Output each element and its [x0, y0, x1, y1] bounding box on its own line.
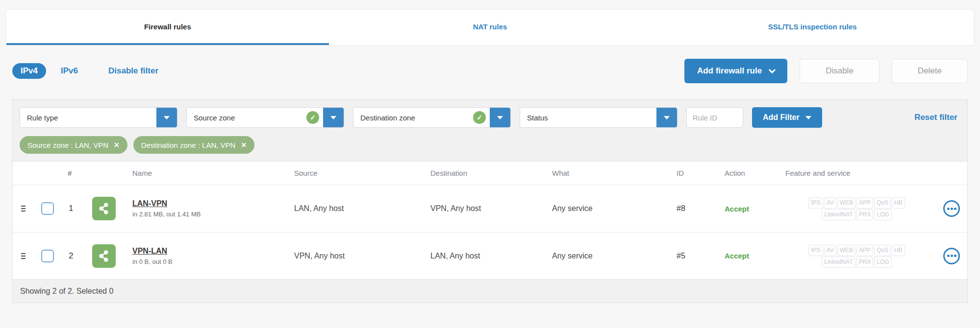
toolbar: IPv4 IPv6 Disable filter Add firewall ru… [12, 59, 968, 83]
header-action: Action [714, 169, 778, 177]
tab-nat-rules[interactable]: NAT rules [329, 10, 652, 45]
rules-panel: Rule type Source zone ✓ Destination zone… [12, 99, 968, 303]
badge-ips: IPS [808, 245, 823, 256]
chevron-down-icon [164, 116, 170, 119]
add-filter-button[interactable]: Add Filter [752, 107, 822, 128]
header-id: ID [670, 169, 714, 177]
rule-id: #5 [670, 252, 714, 260]
dropdown-button[interactable] [656, 107, 677, 128]
rule-what: Any service [552, 252, 670, 260]
badge-av: AV [824, 245, 836, 256]
rule-name-link[interactable]: VPN-LAN [132, 247, 167, 255]
chevron-down-icon [769, 66, 776, 73]
header-source: Source [294, 169, 430, 177]
rule-id-input[interactable] [686, 107, 743, 128]
badge-prx: PRX [856, 257, 874, 268]
badge-prx: PRX [856, 209, 874, 220]
rule-traffic: in 2.81 MB, out 1.41 MB [132, 211, 294, 218]
badge-app: APP [856, 245, 873, 256]
network-rule-icon [92, 197, 116, 220]
row-number: 2 [62, 251, 92, 261]
rule-name-link[interactable]: LAN-VPN [132, 199, 167, 208]
ipv4-toggle[interactable]: IPv4 [12, 63, 46, 79]
chevron-down-icon [805, 116, 811, 119]
tab-firewall-rules[interactable]: Firewall rules [6, 10, 329, 45]
tab-label: Firewall rules [144, 23, 191, 31]
rule-type-select[interactable]: Rule type [20, 107, 177, 128]
row-checkbox[interactable] [41, 202, 54, 215]
footer-status-text: Showing 2 of 2. Selected 0 [20, 287, 113, 296]
close-icon[interactable]: ✕ [114, 141, 120, 149]
filter-tag-destination-zone: Destination zone : LAN, VPN ✕ [133, 136, 254, 154]
tab-ssl-tls-inspection-rules[interactable]: SSL/TLS inspection rules [651, 10, 974, 45]
tab-label: NAT rules [473, 23, 507, 31]
add-firewall-rule-button[interactable]: Add firewall rule [684, 59, 787, 83]
row-checkbox[interactable] [41, 250, 54, 262]
header-number: # [62, 169, 92, 177]
drag-handle-icon[interactable] [21, 206, 25, 211]
header-what: What [552, 169, 670, 177]
filter-section: Rule type Source zone ✓ Destination zone… [13, 100, 967, 162]
network-rule-icon [92, 244, 116, 268]
badge-app: APP [856, 197, 873, 209]
chevron-down-icon [497, 116, 503, 119]
status-select[interactable]: Status [520, 107, 678, 128]
rule-source: VPN, Any host [294, 252, 430, 260]
badge-hb: HB [892, 245, 905, 256]
close-icon[interactable]: ✕ [241, 141, 247, 149]
check-circle-icon: ✓ [473, 111, 486, 124]
header-feature: Feature and service [778, 169, 936, 177]
filter-row: Rule type Source zone ✓ Destination zone… [20, 107, 960, 128]
delete-button[interactable]: Delete [892, 59, 968, 83]
drag-handle-icon[interactable] [21, 253, 25, 259]
badge-log: LOG [874, 257, 891, 268]
add-filter-label: Add Filter [763, 113, 800, 122]
rule-what: Any service [552, 204, 670, 213]
rule-source: LAN, Any host [294, 204, 430, 213]
filter-tag-label: Destination zone : LAN, VPN [141, 141, 236, 149]
rule-destination: LAN, Any host [430, 252, 552, 260]
rule-name-cell: VPN-LAN in 0 B, out 0 B [132, 247, 294, 265]
destination-zone-select[interactable]: Destination zone ✓ [353, 107, 511, 128]
more-options-button[interactable] [943, 200, 960, 217]
dropdown-button[interactable] [490, 107, 510, 128]
add-firewall-rule-label: Add firewall rule [697, 66, 762, 76]
badge-linkednat: LinkedNAT [822, 257, 855, 268]
rule-id: #8 [670, 204, 714, 213]
badge-hb: HB [892, 197, 905, 209]
row-number: 1 [62, 204, 92, 213]
rule-traffic: in 0 B, out 0 B [132, 258, 294, 265]
header-destination: Destination [430, 169, 552, 177]
badge-web: WEB [837, 245, 855, 256]
ipv6-toggle[interactable]: IPv6 [61, 66, 78, 76]
status-label: Status [520, 114, 656, 122]
active-filter-tags: Source zone : LAN, VPN ✕ Destination zon… [20, 136, 960, 154]
ellipsis-icon [947, 255, 950, 257]
more-options-button[interactable] [943, 248, 960, 264]
badge-web: WEB [837, 197, 855, 209]
rule-action: Accept [714, 205, 778, 213]
dropdown-button[interactable] [323, 107, 344, 128]
source-zone-select[interactable]: Source zone ✓ [186, 107, 344, 128]
dropdown-button[interactable] [156, 107, 177, 128]
tab-bar: Firewall rules NAT rules SSL/TLS inspect… [6, 9, 974, 46]
chevron-down-icon [330, 116, 336, 119]
table-header: # Name Source Destination What ID Action… [13, 162, 967, 185]
firewall-rules-page: Firewall rules NAT rules SSL/TLS inspect… [0, 9, 980, 303]
destination-zone-label: Destination zone [353, 114, 473, 122]
ellipsis-icon [947, 208, 950, 210]
rule-action: Accept [714, 252, 778, 260]
filter-tag-source-zone: Source zone : LAN, VPN ✕ [20, 136, 127, 154]
filter-tag-label: Source zone : LAN, VPN [27, 141, 108, 149]
source-zone-label: Source zone [187, 114, 306, 122]
toolbar-actions: Add firewall rule Disable Delete [684, 59, 968, 83]
rule-name-cell: LAN-VPN in 2.81 MB, out 1.41 MB [132, 199, 294, 218]
reset-filter-link[interactable]: Reset filter [914, 113, 960, 122]
badge-linkednat: LinkedNAT [822, 209, 855, 220]
feature-badges: IPSAVWEBAPPQoSHB LinkedNATPRXLOG [778, 197, 936, 220]
rule-type-label: Rule type [20, 114, 156, 122]
rule-destination: VPN, Any host [430, 204, 552, 213]
disable-filter-link[interactable]: Disable filter [108, 66, 158, 76]
check-circle-icon: ✓ [306, 111, 319, 124]
disable-button[interactable]: Disable [800, 59, 879, 83]
